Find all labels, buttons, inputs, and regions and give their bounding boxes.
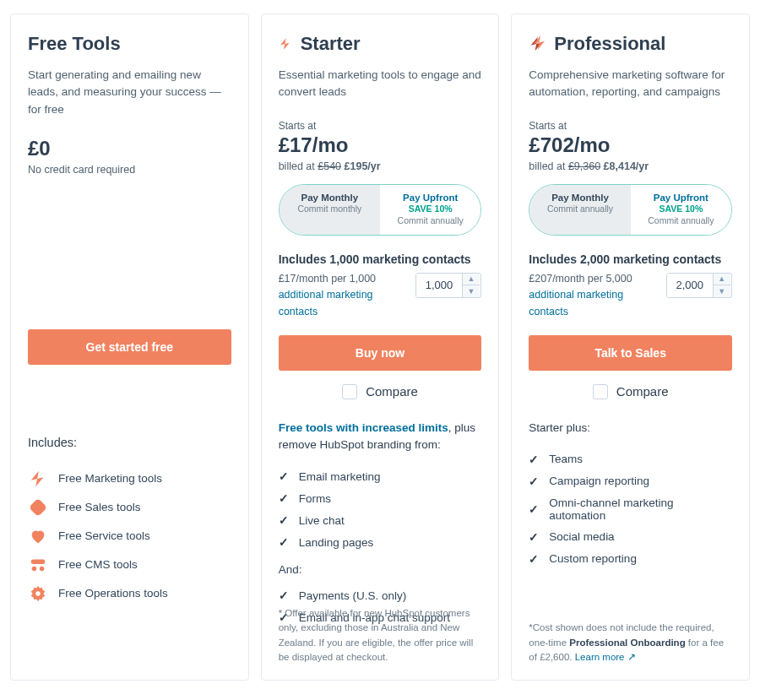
pro-compare-checkbox[interactable] bbox=[593, 384, 608, 399]
pro-contacts-row: £207/month per 5,000 additional marketin… bbox=[529, 273, 732, 320]
starter-compare-checkbox[interactable] bbox=[342, 384, 357, 399]
starter-lead: Free tools with increased limits, plus r… bbox=[279, 420, 482, 454]
check-icon bbox=[529, 552, 539, 566]
additional-contacts-link[interactable]: additional marketing contacts bbox=[279, 286, 409, 320]
starter-billing-toggle: Pay Monthly Commit monthly Pay Upfront S… bbox=[279, 184, 482, 236]
compare-label: Compare bbox=[366, 384, 418, 399]
list-item: Landing pages bbox=[279, 531, 482, 553]
list-item-label: Live chat bbox=[299, 514, 345, 527]
starter-qty-input[interactable] bbox=[416, 274, 462, 297]
pro-includes-contacts: Includes 2,000 marketing contacts bbox=[529, 252, 732, 266]
pro-price: £702/mo bbox=[529, 133, 732, 157]
pro-card: Professional Comprehensive marketing sof… bbox=[511, 14, 750, 681]
list-item: Social media bbox=[529, 526, 732, 548]
check-icon bbox=[279, 513, 289, 527]
starter-tier-icon bbox=[279, 37, 292, 51]
qty-down-icon[interactable]: ▼ bbox=[463, 285, 480, 297]
cms-icon bbox=[28, 555, 48, 575]
pro-pay-upfront[interactable]: Pay Upfront SAVE 10% Commit annually bbox=[631, 185, 731, 235]
pro-title-text: Professional bbox=[554, 33, 665, 55]
pro-billing-toggle: Pay Monthly Commit annually Pay Upfront … bbox=[529, 184, 732, 236]
pro-billing: billed at £9,360 £8,414/yr bbox=[529, 160, 732, 172]
toggle-headline: Pay Monthly bbox=[285, 192, 375, 204]
qty-down-icon[interactable]: ▼ bbox=[714, 285, 730, 297]
list-item: Custom reporting bbox=[529, 548, 732, 570]
pro-starts-at: Starts at bbox=[529, 120, 732, 132]
check-icon bbox=[529, 502, 539, 516]
starter-price: £17/mo bbox=[279, 133, 482, 157]
pro-compare: Compare bbox=[529, 384, 732, 399]
starter-pay-upfront[interactable]: Pay Upfront SAVE 10% Commit annually bbox=[380, 185, 480, 235]
starter-lead-link[interactable]: Free tools with increased limits bbox=[279, 421, 448, 434]
pro-qty-stepper[interactable]: ▲ ▼ bbox=[666, 273, 732, 298]
list-item-label: Free Service tools bbox=[58, 529, 150, 542]
starter-contacts-row: £17/month per 1,000 additional marketing… bbox=[279, 273, 482, 320]
billed-strike: £9,360 bbox=[568, 160, 600, 172]
free-title: Free Tools bbox=[28, 33, 231, 55]
svg-point-2 bbox=[40, 567, 45, 572]
billed-prefix: billed at bbox=[529, 160, 568, 172]
starter-includes-contacts: Includes 1,000 marketing contacts bbox=[279, 252, 482, 266]
free-includes-label: Includes: bbox=[28, 436, 231, 449]
list-item-label: Email marketing bbox=[299, 470, 381, 483]
list-item-label: Free Marketing tools bbox=[58, 472, 162, 485]
svg-point-1 bbox=[32, 567, 37, 572]
check-icon bbox=[529, 475, 539, 488]
starter-card: Starter Essential marketing tools to eng… bbox=[261, 14, 500, 681]
list-item-label: Payments (U.S. only) bbox=[299, 589, 407, 602]
operations-icon bbox=[28, 583, 48, 604]
qty-up-icon[interactable]: ▲ bbox=[714, 274, 730, 286]
check-icon bbox=[279, 535, 289, 549]
list-item: Teams bbox=[529, 448, 732, 470]
list-item: Free Sales tools bbox=[28, 493, 231, 522]
list-item: Live chat bbox=[279, 509, 482, 531]
toggle-sub: Commit annually bbox=[385, 215, 475, 227]
free-cta-button[interactable]: Get started free bbox=[28, 329, 231, 365]
billed-current: £195/yr bbox=[341, 160, 381, 172]
svg-point-3 bbox=[35, 591, 41, 596]
free-card: Free Tools Start generating and emailing… bbox=[10, 14, 249, 681]
list-item-label: Teams bbox=[549, 453, 583, 465]
starter-billing: billed at £540 £195/yr bbox=[279, 160, 482, 172]
learn-more-text: Learn more bbox=[575, 652, 625, 662]
compare-label: Compare bbox=[616, 384, 669, 399]
list-item-label: Landing pages bbox=[299, 536, 374, 549]
list-item: Free Marketing tools bbox=[28, 464, 231, 493]
pro-qty-input[interactable] bbox=[667, 274, 713, 297]
free-feature-list: Free Marketing tools Free Sales tools Fr… bbox=[28, 464, 231, 608]
list-item-label: Social media bbox=[549, 530, 614, 543]
pro-per-text: £207/month per 5,000 additional marketin… bbox=[529, 273, 659, 320]
qty-up-icon[interactable]: ▲ bbox=[463, 274, 480, 286]
list-item-label: Free CMS tools bbox=[58, 558, 138, 571]
list-item: Free CMS tools bbox=[28, 551, 231, 579]
check-icon bbox=[279, 469, 289, 483]
starter-compare: Compare bbox=[279, 384, 482, 399]
pro-cta-button[interactable]: Talk to Sales bbox=[529, 335, 732, 371]
starter-pay-monthly[interactable]: Pay Monthly Commit monthly bbox=[280, 185, 380, 235]
toggle-sub: Commit annually bbox=[636, 215, 726, 227]
additional-contacts-link[interactable]: additional marketing contacts bbox=[529, 286, 659, 320]
starter-qty-stepper[interactable]: ▲ ▼ bbox=[415, 273, 481, 298]
billed-prefix: billed at bbox=[279, 160, 318, 172]
marketing-icon bbox=[28, 469, 48, 489]
list-item: Forms bbox=[279, 487, 482, 509]
starter-footnote: * Offer available for new HubSpot custom… bbox=[279, 606, 482, 665]
check-icon bbox=[529, 530, 539, 544]
list-item-label: Omni-channel marketing automation bbox=[549, 497, 732, 522]
starter-starts-at: Starts at bbox=[279, 120, 482, 132]
list-item: Email marketing bbox=[279, 465, 482, 487]
free-desc: Start generating and emailing new leads,… bbox=[28, 67, 231, 118]
list-item-label: Free Sales tools bbox=[58, 501, 141, 513]
free-price: £0 bbox=[28, 137, 231, 160]
pro-pay-monthly[interactable]: Pay Monthly Commit annually bbox=[529, 185, 630, 235]
list-item-label: Forms bbox=[299, 492, 331, 505]
pro-feature-list: Teams Campaign reporting Omni-channel ma… bbox=[529, 448, 732, 570]
list-item: Free Operations tools bbox=[28, 579, 231, 608]
starter-cta-button[interactable]: Buy now bbox=[279, 335, 482, 371]
starter-feature-list-1: Email marketing Forms Live chat Landing … bbox=[279, 465, 482, 553]
toggle-headline: Pay Monthly bbox=[535, 192, 625, 204]
starter-title-text: Starter bbox=[301, 33, 361, 55]
check-icon bbox=[279, 589, 289, 602]
sales-icon bbox=[28, 497, 48, 518]
learn-more-link[interactable]: Learn more ↗ bbox=[575, 652, 636, 662]
